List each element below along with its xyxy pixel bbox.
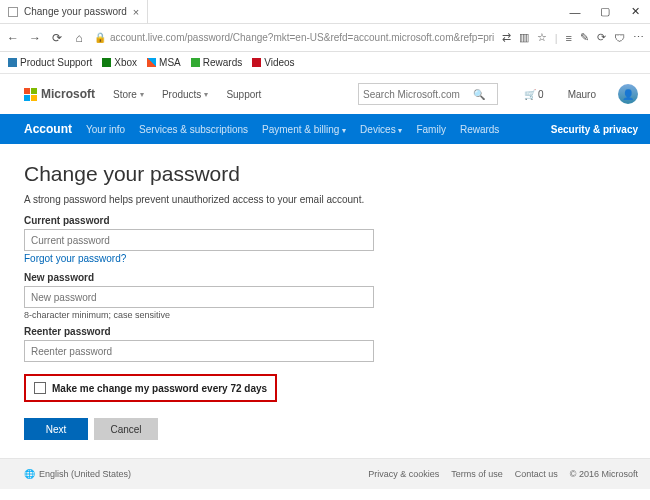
page-desc: A strong password helps prevent unauthor… [24,194,638,205]
page-title: Change your password [24,162,638,186]
footer-terms[interactable]: Terms of use [451,469,503,479]
footer-contact[interactable]: Contact us [515,469,558,479]
current-password-input[interactable] [24,229,374,251]
ms-site-header: Microsoft Store▾ Products▾ Support 🔍 🛒0 … [24,74,638,114]
favorite-icon[interactable]: ☆ [537,31,547,44]
browser-address-bar: ← → ⟳ ⌂ 🔒 account.live.com/password/Chan… [0,24,650,52]
locale-selector[interactable]: English (United States) [39,469,131,479]
window-minimize-icon[interactable]: — [560,0,590,24]
forgot-password-link[interactable]: Forgot your password? [24,253,638,264]
site-footer: 🌐 English (United States) Privacy & cook… [0,458,650,489]
tab-favicon [8,7,18,17]
highlight-annotation: Make me change my password every 72 days [24,374,277,402]
browser-titlebar: Change your password × — ▢ ✕ [0,0,650,24]
sync-icon[interactable]: ⟳ [597,31,606,44]
change-every-72-checkbox[interactable] [34,382,46,394]
globe-icon: 🌐 [24,469,35,479]
search-icon[interactable]: 🔍 [473,89,485,100]
microsoft-flag-icon [24,88,37,101]
reading-view-icon[interactable]: ≡ [566,32,572,44]
refresh-icon[interactable]: ⟳ [50,31,64,45]
url-field[interactable]: 🔒 account.live.com/password/Change?mkt=e… [94,28,494,48]
home-icon[interactable]: ⌂ [72,31,86,45]
nav-services[interactable]: Services & subscriptions [139,124,248,135]
nav-payment[interactable]: Payment & billing ▾ [262,124,346,135]
reenter-password-input[interactable] [24,340,374,362]
nav-account[interactable]: Account [24,122,72,136]
header-products[interactable]: Products▾ [162,89,208,100]
account-nav: Account Your info Services & subscriptio… [0,114,650,144]
dell-icon [8,58,17,67]
search-input[interactable] [363,89,473,100]
new-password-label: New password [24,272,638,283]
back-icon[interactable]: ← [6,31,20,45]
tab-close-icon[interactable]: × [133,6,139,18]
fav-item-rewards[interactable]: Rewards [191,57,242,68]
share-icon[interactable]: ⇄ [502,31,511,44]
reading-list-icon[interactable]: ▥ [519,31,529,44]
chevron-down-icon: ▾ [204,90,208,99]
rewards-icon [191,58,200,67]
checkbox-label: Make me change my password every 72 days [52,383,267,394]
cart-button[interactable]: 🛒0 [524,89,544,100]
avatar[interactable]: 👤 [618,84,638,104]
new-password-input[interactable] [24,286,374,308]
nav-your-info[interactable]: Your info [86,124,125,135]
chevron-down-icon: ▾ [140,90,144,99]
chevron-down-icon: ▾ [342,126,346,135]
next-button[interactable]: Next [24,418,88,440]
forward-icon[interactable]: → [28,31,42,45]
footer-privacy[interactable]: Privacy & cookies [368,469,439,479]
fav-item-msa[interactable]: MSA [147,57,181,68]
url-text: account.live.com/password/Change?mkt=en-… [110,32,494,43]
youtube-icon [252,58,261,67]
nav-devices[interactable]: Devices ▾ [360,124,402,135]
notes-icon[interactable]: ✎ [580,31,589,44]
reenter-password-label: Reenter password [24,326,638,337]
current-password-label: Current password [24,215,638,226]
fav-item-product-support[interactable]: Product Support [8,57,92,68]
lock-icon: 🔒 [94,32,106,43]
page-content: Microsoft Store▾ Products▾ Support 🔍 🛒0 … [0,74,650,500]
nav-security-privacy[interactable]: Security & privacy [551,124,638,135]
footer-copyright: © 2016 Microsoft [570,469,638,479]
window-maximize-icon[interactable]: ▢ [590,0,620,24]
user-name[interactable]: Mauro [568,89,596,100]
window-close-icon[interactable]: ✕ [620,0,650,24]
site-search[interactable]: 🔍 [358,83,498,105]
password-hint: 8-character minimum; case sensitive [24,310,638,320]
msa-icon [147,58,156,67]
chevron-down-icon: ▾ [398,126,402,135]
header-support[interactable]: Support [226,89,261,100]
fav-item-xbox[interactable]: Xbox [102,57,137,68]
xbox-icon [102,58,111,67]
cancel-button[interactable]: Cancel [94,418,158,440]
divider: | [555,32,558,44]
browser-tab[interactable]: Change your password × [0,0,148,24]
nav-rewards[interactable]: Rewards [460,124,499,135]
header-store[interactable]: Store▾ [113,89,144,100]
favorites-bar: Product Support Xbox MSA Rewards Videos [0,52,650,74]
microsoft-logo[interactable]: Microsoft [24,87,95,101]
more-icon[interactable]: ⋯ [633,31,644,44]
nav-family[interactable]: Family [416,124,445,135]
security-shield-icon[interactable]: 🛡 [614,32,625,44]
tab-title: Change your password [24,6,127,17]
fav-item-videos[interactable]: Videos [252,57,294,68]
